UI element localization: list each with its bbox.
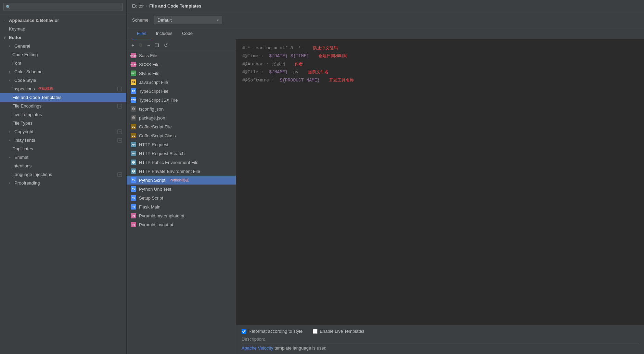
code-line-5: #@Software : ${PRODUCT_NAME} 开发工具名称 bbox=[242, 76, 638, 84]
sidebar-item-live-templates[interactable]: Live Templates bbox=[0, 110, 126, 119]
sidebar-item-inlay-hints[interactable]: › Inlay Hints bbox=[0, 136, 126, 144]
breadcrumb-current: File and Code Templates bbox=[149, 3, 201, 9]
search-input[interactable] bbox=[3, 3, 123, 11]
list-item-typescript-jsx[interactable]: TSX TypeScript JSX File bbox=[127, 96, 236, 104]
list-item-http-private-env[interactable]: ⚙ HTTP Private Environment File bbox=[127, 167, 236, 176]
list-item-coffeescript[interactable]: CS CoffeeScript File bbox=[127, 122, 236, 131]
code-line-4-prefix: #@File : bbox=[242, 68, 266, 76]
file-item-label: HTTP Request bbox=[139, 142, 168, 147]
scheme-select-wrapper: Default Project bbox=[154, 16, 222, 24]
bottom-options: Reformat according to style Enable Live … bbox=[236, 325, 644, 354]
list-item-pyramid-mytemplate[interactable]: PT Pyramid mytemplate pt bbox=[127, 211, 236, 220]
copy-button[interactable]: ⧉ bbox=[138, 41, 144, 49]
code-line-2-prefix: #@Time : bbox=[242, 52, 266, 60]
tsx-icon: TSX bbox=[131, 97, 136, 103]
apache-velocity-link[interactable]: Apache Velocity bbox=[242, 345, 273, 351]
code-line-1-text: #-*- coding = utf-8 -*- bbox=[242, 44, 304, 52]
chevron-right-icon: › bbox=[3, 18, 8, 22]
js-icon: JS bbox=[131, 79, 136, 85]
sidebar-item-intentions[interactable]: Intentions bbox=[0, 162, 126, 170]
code-line-4-var: ${NAME} bbox=[269, 68, 288, 76]
sidebar-item-file-code-templates[interactable]: File and Code Templates bbox=[0, 93, 126, 102]
list-item-http-request-scratch[interactable]: API HTTP Request Scratch bbox=[127, 149, 236, 158]
list-item-http-request[interactable]: API HTTP Request bbox=[127, 140, 236, 149]
sidebar-item-copyright[interactable]: › Copyright bbox=[0, 127, 126, 136]
sidebar-item-emmet[interactable]: › Emmet bbox=[0, 153, 126, 162]
list-item-http-public-env[interactable]: ⚙ HTTP Public Environment File bbox=[127, 158, 236, 167]
scheme-label: Scheme: bbox=[132, 17, 150, 23]
code-line-3: #@Author : 张城阳 作者 bbox=[242, 60, 638, 68]
api-scratch-icon: API bbox=[131, 151, 136, 156]
api-icon: API bbox=[131, 142, 136, 147]
sidebar-item-proofreading[interactable]: › Proofreading bbox=[0, 179, 126, 187]
sidebar-item-language-injections[interactable]: Language Injections bbox=[0, 170, 126, 179]
description-suffix: template language is used bbox=[273, 345, 326, 351]
file-item-label: Python Script bbox=[139, 178, 165, 183]
sidebar-item-duplicates[interactable]: Duplicates bbox=[0, 144, 126, 153]
checkbox-row: Reformat according to style Enable Live … bbox=[242, 329, 639, 334]
list-item-javascript[interactable]: JS JavaScript File bbox=[127, 78, 236, 87]
scheme-select[interactable]: Default Project bbox=[154, 16, 222, 24]
stylus-icon: STY bbox=[131, 71, 136, 76]
add-button[interactable]: + bbox=[130, 42, 136, 49]
list-item-typescript[interactable]: TS TypeScript File bbox=[127, 87, 236, 96]
duplicate-button[interactable]: ❑ bbox=[153, 42, 160, 49]
list-item-tsconfig[interactable]: ⚙ tsconfig.json bbox=[127, 104, 236, 113]
search-box: 🔍 bbox=[0, 0, 126, 14]
list-item-sass[interactable]: SASS Sass File bbox=[127, 51, 236, 60]
code-line-5-prefix: #@Software : bbox=[242, 76, 277, 84]
list-item-pyramid-layout[interactable]: PT Pyramid layout pt bbox=[127, 220, 236, 229]
reset-button[interactable]: ↺ bbox=[163, 42, 169, 49]
sidebar-item-color-scheme[interactable]: › Color Scheme bbox=[0, 67, 126, 76]
tab-includes[interactable]: Includes bbox=[151, 28, 177, 39]
sidebar-item-file-types[interactable]: File Types bbox=[0, 119, 126, 127]
list-item-flask-main[interactable]: PY Flask Main bbox=[127, 202, 236, 211]
file-item-label: HTTP Public Environment File bbox=[139, 160, 198, 165]
tab-files[interactable]: Files bbox=[132, 28, 151, 39]
code-line-5-var: ${PRODUCT_NAME} bbox=[280, 76, 320, 84]
file-item-label: Python Unit Test bbox=[139, 187, 171, 192]
file-item-label: Pyramid mytemplate pt bbox=[139, 213, 184, 218]
sidebar-item-keymap[interactable]: Keymap bbox=[0, 25, 126, 33]
enable-live-templates-checkbox[interactable] bbox=[313, 329, 318, 334]
code-editor-panel: #-*- coding = utf-8 -*- 防止中文乱码 #@Time : … bbox=[236, 39, 644, 354]
enable-live-templates-label[interactable]: Enable Live Templates bbox=[313, 329, 364, 334]
file-encodings-settings-icon bbox=[117, 104, 122, 109]
tsconfig-icon: ⚙ bbox=[131, 106, 136, 112]
list-item-python-script[interactable]: PY Python Script Python模板 bbox=[127, 176, 236, 185]
tab-code[interactable]: Code bbox=[177, 28, 197, 39]
ts-icon: TS bbox=[131, 88, 136, 94]
reformat-checkbox[interactable] bbox=[242, 329, 246, 334]
sidebar-item-general[interactable]: › General bbox=[0, 42, 126, 50]
tabs-row: Files Includes Code bbox=[127, 28, 644, 39]
remove-button[interactable]: − bbox=[146, 42, 151, 49]
sidebar-item-code-style[interactable]: › Code Style bbox=[0, 76, 126, 85]
sidebar-item-file-encodings[interactable]: File Encodings bbox=[0, 102, 126, 110]
file-item-label: JavaScript File bbox=[139, 80, 168, 85]
list-item-coffeescript-class[interactable]: CS CoffeeScript Class bbox=[127, 131, 236, 140]
list-item-python-unit-test[interactable]: PY Python Unit Test bbox=[127, 185, 236, 193]
pyramid-layout-icon: PT bbox=[131, 222, 136, 227]
reformat-checkbox-label[interactable]: Reformat according to style bbox=[242, 329, 302, 334]
file-item-label: CoffeeScript File bbox=[139, 124, 172, 129]
file-item-label: Pyramid layout pt bbox=[139, 222, 173, 227]
code-line-4-suffix: .py bbox=[291, 68, 298, 76]
list-item-setup-script[interactable]: PY Setup Script bbox=[127, 193, 236, 202]
code-line-2-var: ${DATE} ${TIME} bbox=[269, 52, 309, 60]
list-item-stylus[interactable]: STY Stylus File bbox=[127, 69, 236, 78]
sidebar-item-inspections[interactable]: Inspections 代码模板 bbox=[0, 85, 126, 93]
code-area[interactable]: #-*- coding = utf-8 -*- 防止中文乱码 #@Time : … bbox=[236, 39, 644, 325]
chevron-right-icon-inlay: › bbox=[9, 138, 13, 142]
sidebar-item-editor[interactable]: ∨ Editor bbox=[0, 33, 126, 42]
sidebar-item-font[interactable]: Font bbox=[0, 59, 126, 67]
list-item-scss[interactable]: SASS SCSS File bbox=[127, 60, 236, 69]
code-line-1: #-*- coding = utf-8 -*- 防止中文乱码 bbox=[242, 44, 638, 52]
file-list-toolbar: + ⧉ − ❑ ↺ bbox=[127, 39, 236, 51]
copyright-settings-icon bbox=[117, 129, 122, 134]
breadcrumb: Editor › File and Code Templates bbox=[127, 0, 644, 12]
chevron-right-icon-color: › bbox=[9, 70, 13, 74]
sidebar-item-appearance-behavior[interactable]: › Appearance & Behavior bbox=[0, 16, 126, 25]
sidebar-item-code-editing[interactable]: Code Editing bbox=[0, 50, 126, 59]
python-annotation: Python模板 bbox=[169, 178, 189, 183]
list-item-package-json[interactable]: ⚙ package.json bbox=[127, 113, 236, 122]
